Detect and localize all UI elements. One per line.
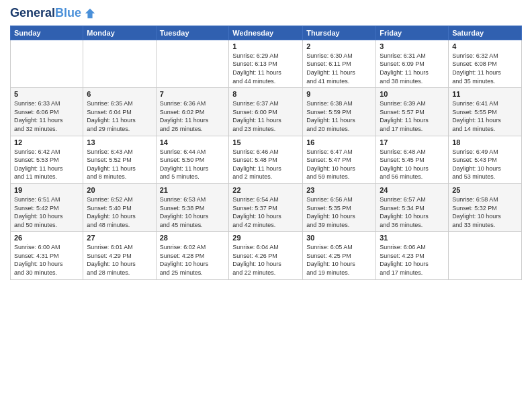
day-header-friday: Friday [376, 26, 449, 40]
day-info: Sunrise: 6:49 AM Sunset: 5:43 PM Dayligh… [452, 148, 518, 181]
day-header-sunday: Sunday [11, 26, 83, 40]
calendar-cell [449, 232, 522, 279]
day-number: 30 [306, 234, 372, 242]
week-row-5: 26Sunrise: 6:00 AM Sunset: 4:31 PM Dayli… [11, 232, 522, 279]
day-info: Sunrise: 6:35 AM Sunset: 6:04 PM Dayligh… [87, 99, 152, 133]
day-info: Sunrise: 6:31 AM Sunset: 6:09 PM Dayligh… [380, 52, 445, 85]
logo-icon [84, 7, 96, 19]
calendar-cell: 11Sunrise: 6:41 AM Sunset: 5:55 PM Dayli… [449, 88, 522, 136]
day-number: 6 [87, 90, 152, 98]
day-info: Sunrise: 6:05 AM Sunset: 4:25 PM Dayligh… [306, 243, 372, 277]
day-info: Sunrise: 6:37 AM Sunset: 6:00 PM Dayligh… [232, 99, 299, 133]
day-info: Sunrise: 6:30 AM Sunset: 6:11 PM Dayligh… [306, 52, 372, 85]
day-number: 22 [232, 186, 299, 194]
calendar-cell: 9Sunrise: 6:38 AM Sunset: 5:59 PM Daylig… [303, 88, 376, 136]
day-number: 11 [452, 90, 518, 98]
day-number: 8 [232, 90, 299, 98]
calendar-cell: 3Sunrise: 6:31 AM Sunset: 6:09 PM Daylig… [376, 40, 449, 87]
day-info: Sunrise: 6:33 AM Sunset: 6:06 PM Dayligh… [14, 99, 79, 133]
day-info: Sunrise: 6:36 AM Sunset: 6:02 PM Dayligh… [160, 99, 226, 133]
day-info: Sunrise: 6:56 AM Sunset: 5:35 PM Dayligh… [306, 195, 372, 229]
calendar-cell: 29Sunrise: 6:04 AM Sunset: 4:26 PM Dayli… [229, 232, 303, 279]
day-info: Sunrise: 6:42 AM Sunset: 5:53 PM Dayligh… [14, 148, 79, 181]
calendar-cell: 30Sunrise: 6:05 AM Sunset: 4:25 PM Dayli… [303, 232, 376, 279]
calendar-table: SundayMondayTuesdayWednesdayThursdayFrid… [10, 26, 522, 280]
day-info: Sunrise: 6:48 AM Sunset: 5:45 PM Dayligh… [380, 148, 445, 181]
page-container: GeneralBlue SundayMondayTuesdayWednesday… [0, 0, 532, 411]
calendar-cell: 27Sunrise: 6:01 AM Sunset: 4:29 PM Dayli… [83, 232, 156, 279]
day-number: 28 [160, 234, 226, 242]
day-number: 29 [232, 234, 299, 242]
calendar-cell: 13Sunrise: 6:43 AM Sunset: 5:52 PM Dayli… [83, 136, 156, 183]
day-number: 4 [452, 42, 518, 50]
calendar-cell: 26Sunrise: 6:00 AM Sunset: 4:31 PM Dayli… [11, 232, 83, 279]
day-info: Sunrise: 6:47 AM Sunset: 5:47 PM Dayligh… [306, 148, 372, 181]
calendar-cell: 2Sunrise: 6:30 AM Sunset: 6:11 PM Daylig… [303, 40, 376, 87]
day-info: Sunrise: 6:52 AM Sunset: 5:40 PM Dayligh… [87, 195, 152, 229]
day-number: 13 [87, 138, 152, 146]
calendar-cell: 14Sunrise: 6:44 AM Sunset: 5:50 PM Dayli… [156, 136, 229, 183]
day-number: 1 [232, 42, 299, 50]
day-info: Sunrise: 6:39 AM Sunset: 5:57 PM Dayligh… [380, 99, 445, 133]
day-number: 10 [380, 90, 445, 98]
calendar-cell: 18Sunrise: 6:49 AM Sunset: 5:43 PM Dayli… [449, 136, 522, 183]
calendar-cell: 7Sunrise: 6:36 AM Sunset: 6:02 PM Daylig… [156, 88, 229, 136]
day-info: Sunrise: 6:29 AM Sunset: 6:13 PM Dayligh… [232, 52, 299, 85]
header: GeneralBlue [10, 7, 522, 20]
calendar-cell: 1Sunrise: 6:29 AM Sunset: 6:13 PM Daylig… [229, 40, 303, 87]
day-number: 9 [306, 90, 372, 98]
calendar-cell: 15Sunrise: 6:46 AM Sunset: 5:48 PM Dayli… [229, 136, 303, 183]
day-info: Sunrise: 6:54 AM Sunset: 5:37 PM Dayligh… [232, 195, 299, 229]
day-header-tuesday: Tuesday [156, 26, 229, 40]
logo: GeneralBlue [10, 7, 96, 20]
calendar-cell: 20Sunrise: 6:52 AM Sunset: 5:40 PM Dayli… [83, 183, 156, 231]
day-number: 7 [160, 90, 226, 98]
day-number: 15 [232, 138, 299, 146]
calendar-cell: 16Sunrise: 6:47 AM Sunset: 5:47 PM Dayli… [303, 136, 376, 183]
week-row-2: 5Sunrise: 6:33 AM Sunset: 6:06 PM Daylig… [11, 88, 522, 136]
calendar-cell: 6Sunrise: 6:35 AM Sunset: 6:04 PM Daylig… [83, 88, 156, 136]
calendar-header-row: SundayMondayTuesdayWednesdayThursdayFrid… [11, 26, 522, 40]
calendar-cell: 25Sunrise: 6:58 AM Sunset: 5:32 PM Dayli… [449, 183, 522, 231]
day-number: 25 [452, 186, 518, 194]
calendar-cell: 21Sunrise: 6:53 AM Sunset: 5:38 PM Dayli… [156, 183, 229, 231]
day-info: Sunrise: 6:41 AM Sunset: 5:55 PM Dayligh… [452, 99, 518, 133]
day-number: 5 [14, 90, 79, 98]
day-number: 24 [380, 186, 445, 194]
calendar-cell: 10Sunrise: 6:39 AM Sunset: 5:57 PM Dayli… [376, 88, 449, 136]
day-header-thursday: Thursday [303, 26, 376, 40]
day-info: Sunrise: 6:01 AM Sunset: 4:29 PM Dayligh… [87, 243, 152, 277]
calendar-cell: 4Sunrise: 6:32 AM Sunset: 6:08 PM Daylig… [449, 40, 522, 87]
day-header-monday: Monday [83, 26, 156, 40]
calendar-cell [156, 40, 229, 87]
calendar-cell [83, 40, 156, 87]
day-number: 12 [14, 138, 79, 146]
day-info: Sunrise: 6:51 AM Sunset: 5:42 PM Dayligh… [14, 195, 79, 229]
calendar-cell: 8Sunrise: 6:37 AM Sunset: 6:00 PM Daylig… [229, 88, 303, 136]
day-info: Sunrise: 6:04 AM Sunset: 4:26 PM Dayligh… [232, 243, 299, 277]
calendar-cell: 24Sunrise: 6:57 AM Sunset: 5:34 PM Dayli… [376, 183, 449, 231]
day-number: 3 [380, 42, 445, 50]
week-row-3: 12Sunrise: 6:42 AM Sunset: 5:53 PM Dayli… [11, 136, 522, 183]
day-info: Sunrise: 6:46 AM Sunset: 5:48 PM Dayligh… [232, 148, 299, 181]
day-header-wednesday: Wednesday [229, 26, 303, 40]
calendar-cell [11, 40, 83, 87]
day-info: Sunrise: 6:38 AM Sunset: 5:59 PM Dayligh… [306, 99, 372, 133]
day-number: 14 [160, 138, 226, 146]
day-info: Sunrise: 6:44 AM Sunset: 5:50 PM Dayligh… [160, 148, 226, 181]
day-number: 21 [160, 186, 226, 194]
day-number: 26 [14, 234, 79, 242]
calendar-cell: 22Sunrise: 6:54 AM Sunset: 5:37 PM Dayli… [229, 183, 303, 231]
calendar-cell: 28Sunrise: 6:02 AM Sunset: 4:28 PM Dayli… [156, 232, 229, 279]
day-number: 23 [306, 186, 372, 194]
calendar-cell: 5Sunrise: 6:33 AM Sunset: 6:06 PM Daylig… [11, 88, 83, 136]
week-row-4: 19Sunrise: 6:51 AM Sunset: 5:42 PM Dayli… [11, 183, 522, 231]
day-header-saturday: Saturday [449, 26, 522, 40]
day-number: 17 [380, 138, 445, 146]
day-number: 27 [87, 234, 152, 242]
day-number: 16 [306, 138, 372, 146]
day-info: Sunrise: 6:02 AM Sunset: 4:28 PM Dayligh… [160, 243, 226, 277]
calendar-cell: 31Sunrise: 6:06 AM Sunset: 4:23 PM Dayli… [376, 232, 449, 279]
calendar-cell: 17Sunrise: 6:48 AM Sunset: 5:45 PM Dayli… [376, 136, 449, 183]
day-info: Sunrise: 6:58 AM Sunset: 5:32 PM Dayligh… [452, 195, 518, 229]
